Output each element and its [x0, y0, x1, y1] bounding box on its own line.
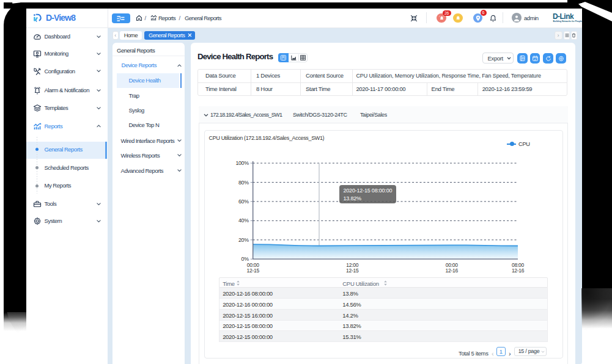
svg-text:12-15: 12-15	[247, 268, 260, 274]
svg-text:100%: 100%	[235, 160, 249, 166]
svg-text:40%: 40%	[238, 217, 249, 224]
svg-text:20%: 20%	[238, 237, 249, 243]
svg-text:12-16: 12-16	[446, 268, 459, 274]
svg-text:80%: 80%	[238, 180, 249, 186]
svg-text:12-15: 12-15	[346, 268, 359, 274]
svg-text:60%: 60%	[238, 198, 249, 205]
svg-text:12-16: 12-16	[512, 268, 525, 274]
